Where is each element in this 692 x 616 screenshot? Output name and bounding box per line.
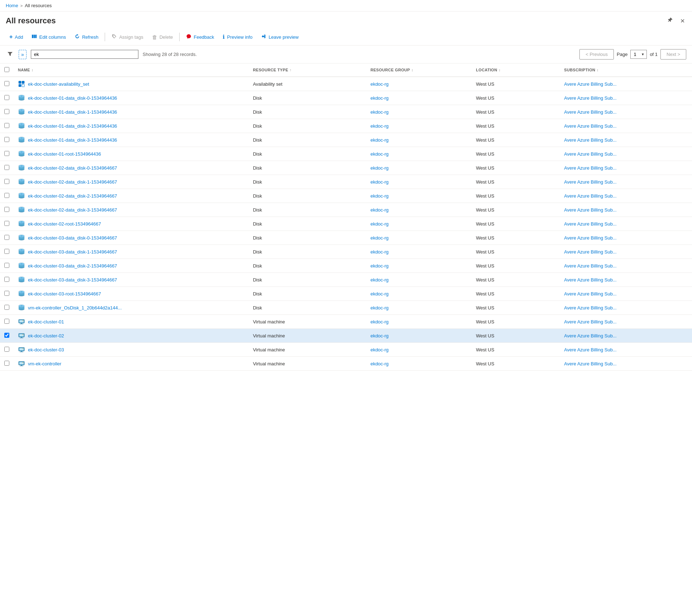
resource-name-link[interactable]: vm-ek-controller bbox=[28, 361, 61, 366]
resource-group-link[interactable]: ekdoc-rg bbox=[370, 291, 389, 297]
row-checkbox[interactable] bbox=[4, 109, 9, 114]
row-checkbox[interactable] bbox=[4, 179, 9, 184]
resource-group-link[interactable]: ekdoc-rg bbox=[370, 137, 389, 143]
resource-name-link[interactable]: ek-doc-cluster-01-data_disk-1-1534964436 bbox=[28, 109, 117, 115]
resource-group-link[interactable]: ekdoc-rg bbox=[370, 179, 389, 185]
row-checkbox[interactable] bbox=[4, 137, 9, 142]
row-checkbox[interactable] bbox=[4, 235, 9, 240]
resource-name-link[interactable]: ek-doc-cluster-03-data_disk-0-1534964667 bbox=[28, 235, 117, 241]
edit-columns-button[interactable]: Edit columns bbox=[28, 32, 69, 42]
resource-name-link[interactable]: ek-doc-cluster-03-data_disk-2-1534964667 bbox=[28, 263, 117, 269]
row-checkbox[interactable] bbox=[4, 347, 9, 352]
resource-group-link[interactable]: ekdoc-rg bbox=[370, 193, 389, 199]
resource-name-link[interactable]: ek-doc-cluster-02-root-1534964667 bbox=[28, 221, 101, 227]
subscription-link[interactable]: Avere Azure Billing Sub... bbox=[564, 305, 616, 311]
subscription-link[interactable]: Avere Azure Billing Sub... bbox=[564, 333, 616, 338]
resource-group-link[interactable]: ekdoc-rg bbox=[370, 207, 389, 213]
resource-name-link[interactable]: ek-doc-cluster-02-data_disk-1-1534964667 bbox=[28, 179, 117, 185]
subscription-link[interactable]: Avere Azure Billing Sub... bbox=[564, 319, 616, 324]
resource-group-link[interactable]: ekdoc-rg bbox=[370, 165, 389, 171]
resource-group-link[interactable]: ekdoc-rg bbox=[370, 263, 389, 269]
pin-button[interactable] bbox=[666, 16, 674, 26]
row-checkbox[interactable] bbox=[4, 165, 9, 170]
subscription-link[interactable]: Avere Azure Billing Sub... bbox=[564, 151, 616, 157]
subscription-link[interactable]: Avere Azure Billing Sub... bbox=[564, 179, 616, 185]
subscription-link[interactable]: Avere Azure Billing Sub... bbox=[564, 235, 616, 241]
row-checkbox[interactable] bbox=[4, 95, 9, 100]
delete-button[interactable]: 🗑 Delete bbox=[148, 32, 177, 42]
subscription-link[interactable]: Avere Azure Billing Sub... bbox=[564, 249, 616, 255]
resource-group-link[interactable]: ekdoc-rg bbox=[370, 221, 389, 227]
subscription-link[interactable]: Avere Azure Billing Sub... bbox=[564, 221, 616, 227]
resource-group-link[interactable]: ekdoc-rg bbox=[370, 151, 389, 157]
resource-name-link[interactable]: ek-doc-cluster-03-root-1534964667 bbox=[28, 291, 101, 297]
preview-info-button[interactable]: ℹ Preview info bbox=[219, 32, 256, 42]
subscription-link[interactable]: Avere Azure Billing Sub... bbox=[564, 95, 616, 101]
row-checkbox[interactable] bbox=[4, 305, 9, 310]
subscription-link[interactable]: Avere Azure Billing Sub... bbox=[564, 109, 616, 115]
row-checkbox[interactable] bbox=[4, 151, 9, 156]
refresh-button[interactable]: Refresh bbox=[71, 32, 102, 42]
row-checkbox[interactable] bbox=[4, 277, 9, 282]
panel-toggle-button[interactable]: » bbox=[19, 50, 27, 59]
subscription-link[interactable]: Avere Azure Billing Sub... bbox=[564, 81, 616, 87]
subscription-link[interactable]: Avere Azure Billing Sub... bbox=[564, 277, 616, 283]
resource-name-link[interactable]: ek-doc-cluster-01-data_disk-2-1534964436 bbox=[28, 123, 117, 129]
resource-group-link[interactable]: ekdoc-rg bbox=[370, 277, 389, 283]
resource-group-link[interactable]: ekdoc-rg bbox=[370, 319, 389, 324]
row-checkbox[interactable] bbox=[4, 319, 9, 324]
resource-name-link[interactable]: ek-doc-cluster-01-data_disk-0-1534964436 bbox=[28, 95, 117, 101]
resource-name-link[interactable]: ek-doc-cluster-02-data_disk-2-1534964667 bbox=[28, 193, 117, 199]
resource-group-link[interactable]: ekdoc-rg bbox=[370, 249, 389, 255]
resource-group-link[interactable]: ekdoc-rg bbox=[370, 361, 389, 366]
resource-name-link[interactable]: ek-doc-cluster-03 bbox=[28, 347, 64, 352]
resource-name-link[interactable]: ek-doc-cluster-02 bbox=[28, 333, 64, 338]
subscription-link[interactable]: Avere Azure Billing Sub... bbox=[564, 361, 616, 366]
subscription-link[interactable]: Avere Azure Billing Sub... bbox=[564, 263, 616, 269]
resource-name-link[interactable]: ek-doc-cluster-02-data_disk-0-1534964667 bbox=[28, 165, 117, 171]
resource-group-link[interactable]: ekdoc-rg bbox=[370, 81, 389, 87]
row-checkbox[interactable] bbox=[4, 361, 9, 366]
row-checkbox[interactable] bbox=[4, 207, 9, 212]
previous-button[interactable]: < Previous bbox=[579, 49, 614, 60]
row-checkbox[interactable] bbox=[4, 333, 9, 338]
row-checkbox[interactable] bbox=[4, 193, 9, 198]
row-checkbox[interactable] bbox=[4, 291, 9, 296]
select-all-checkbox[interactable] bbox=[4, 67, 9, 72]
subscription-link[interactable]: Avere Azure Billing Sub... bbox=[564, 123, 616, 129]
search-input[interactable] bbox=[34, 52, 135, 57]
next-button[interactable]: Next > bbox=[660, 49, 686, 60]
resource-name-link[interactable]: ek-doc-cluster-01-data_disk-3-1534964436 bbox=[28, 137, 117, 143]
leave-preview-button[interactable]: Leave preview bbox=[257, 32, 302, 42]
filter-toggle-button[interactable] bbox=[6, 49, 14, 60]
subscription-link[interactable]: Avere Azure Billing Sub... bbox=[564, 165, 616, 171]
breadcrumb-home[interactable]: Home bbox=[6, 3, 18, 8]
resource-group-link[interactable]: ekdoc-rg bbox=[370, 347, 389, 352]
resource-group-link[interactable]: ekdoc-rg bbox=[370, 235, 389, 241]
row-checkbox[interactable] bbox=[4, 221, 9, 226]
resource-name-link[interactable]: ek-doc-cluster-02-data_disk-3-1534964667 bbox=[28, 207, 117, 213]
subscription-link[interactable]: Avere Azure Billing Sub... bbox=[564, 207, 616, 213]
resource-name-link[interactable]: ek-doc-cluster-01-root-1534964436 bbox=[28, 151, 101, 157]
close-button[interactable]: ✕ bbox=[679, 16, 686, 26]
subscription-link[interactable]: Avere Azure Billing Sub... bbox=[564, 137, 616, 143]
resource-name-link[interactable]: ek-doc-cluster-03-data_disk-3-1534964667 bbox=[28, 277, 117, 283]
subscription-link[interactable]: Avere Azure Billing Sub... bbox=[564, 291, 616, 297]
resource-group-link[interactable]: ekdoc-rg bbox=[370, 123, 389, 129]
resource-name-link[interactable]: vm-ek-controller_OsDisk_1_20b644d2a144..… bbox=[28, 305, 122, 311]
row-checkbox[interactable] bbox=[4, 81, 9, 86]
assign-tags-button[interactable]: Assign tags bbox=[108, 32, 147, 42]
add-button[interactable]: + Add bbox=[6, 32, 27, 42]
subscription-link[interactable]: Avere Azure Billing Sub... bbox=[564, 193, 616, 199]
subscription-link[interactable]: Avere Azure Billing Sub... bbox=[564, 347, 616, 352]
feedback-button[interactable]: Feedback bbox=[183, 32, 218, 42]
row-checkbox[interactable] bbox=[4, 249, 9, 254]
resource-group-link[interactable]: ekdoc-rg bbox=[370, 333, 389, 338]
row-checkbox[interactable] bbox=[4, 263, 9, 268]
resource-name-link[interactable]: ek-doc-cluster-01 bbox=[28, 319, 64, 324]
resource-name-link[interactable]: ek-doc-cluster-availability_set bbox=[28, 81, 89, 87]
row-checkbox[interactable] bbox=[4, 123, 9, 128]
page-select[interactable]: 1 bbox=[630, 50, 647, 59]
resource-group-link[interactable]: ekdoc-rg bbox=[370, 305, 389, 311]
resource-group-link[interactable]: ekdoc-rg bbox=[370, 109, 389, 115]
